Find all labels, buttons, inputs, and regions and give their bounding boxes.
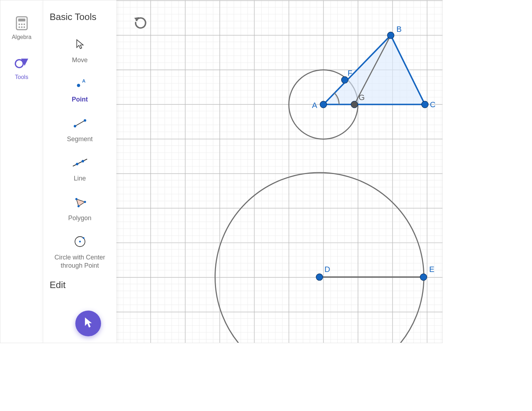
svg-point-10 <box>77 84 80 87</box>
svg-point-12 <box>74 125 76 127</box>
svg-point-2 <box>18 24 20 25</box>
point-label-G: G <box>359 93 365 102</box>
polygon-icon <box>72 194 88 211</box>
point-icon: A <box>72 75 88 92</box>
point-A[interactable] <box>320 101 327 108</box>
tool-circle[interactable]: Circle with Center through Point <box>47 228 113 276</box>
point-G[interactable] <box>351 101 358 108</box>
svg-point-3 <box>21 24 22 25</box>
tool-label: Circle with Center through Point <box>47 253 113 269</box>
tool-segment[interactable]: Segment <box>47 110 113 150</box>
point-label-E: E <box>429 265 435 274</box>
tool-polygon[interactable]: Polygon <box>47 189 113 229</box>
tool-point[interactable]: A Point <box>47 70 113 110</box>
svg-rect-1 <box>18 19 25 21</box>
svg-point-4 <box>23 24 25 25</box>
svg-point-5 <box>18 26 20 28</box>
point-B[interactable] <box>387 32 394 39</box>
svg-point-19 <box>77 205 80 207</box>
fab-move[interactable] <box>75 311 101 336</box>
tool-label: Polygon <box>65 214 94 222</box>
rail-label: Algebra <box>12 34 31 40</box>
cursor-icon <box>72 36 88 53</box>
svg-point-13 <box>84 119 86 122</box>
tool-move[interactable]: Move <box>47 31 113 71</box>
rail-item-algebra[interactable]: Algebra <box>12 15 31 40</box>
svg-point-16 <box>81 160 84 163</box>
edit-heading: Edit <box>50 279 113 291</box>
svg-point-18 <box>84 201 86 203</box>
canvas-svg[interactable]: ABCFGDE <box>116 0 442 343</box>
line-icon <box>72 154 88 171</box>
view-rail: Algebra Tools <box>0 0 43 343</box>
rail-item-tools[interactable]: Tools <box>13 55 30 80</box>
point-label-D: D <box>325 265 330 274</box>
svg-point-21 <box>79 241 81 243</box>
tool-line[interactable]: Line <box>47 149 113 189</box>
svg-point-6 <box>21 26 22 28</box>
svg-point-8 <box>15 60 23 68</box>
tools-panel: Basic Tools Move A Point Segment Line <box>43 0 116 343</box>
point-E[interactable] <box>420 274 427 281</box>
tool-label: Segment <box>64 135 95 143</box>
svg-line-14 <box>73 159 87 166</box>
svg-line-11 <box>75 120 85 126</box>
point-label-B: B <box>396 25 402 34</box>
tool-label: Line <box>71 174 89 183</box>
tool-label: Point <box>69 95 91 104</box>
point-F[interactable] <box>341 76 348 83</box>
point-label-C: C <box>430 100 436 109</box>
svg-point-15 <box>76 163 78 165</box>
point-label-F: F <box>348 69 352 78</box>
shapes-icon <box>13 55 30 72</box>
panel-title: Basic Tools <box>50 11 113 23</box>
rail-label: Tools <box>15 74 28 80</box>
svg-point-17 <box>75 198 77 200</box>
calculator-icon <box>13 15 30 32</box>
svg-point-7 <box>23 26 25 28</box>
point-label-A: A <box>312 101 317 110</box>
arrow-cursor-icon <box>83 317 94 330</box>
tool-label: Move <box>69 56 90 64</box>
point-D[interactable] <box>316 274 323 281</box>
segment-icon <box>72 115 88 132</box>
circle-icon <box>72 233 88 250</box>
svg-point-22 <box>82 237 84 239</box>
svg-text:A: A <box>82 79 86 84</box>
point-C[interactable] <box>422 101 428 108</box>
geometry-canvas[interactable]: ABCFGDE <box>116 0 442 343</box>
